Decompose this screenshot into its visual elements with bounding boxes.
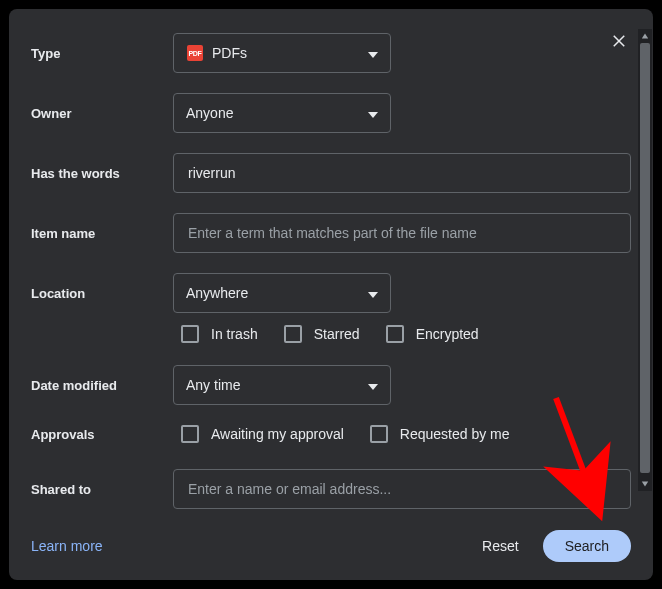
row-owner: Owner Anyone	[31, 93, 631, 133]
owner-dropdown[interactable]: Anyone	[173, 93, 391, 133]
row-has-words: Has the words	[31, 153, 631, 193]
label-type: Type	[31, 46, 173, 61]
checkbox-box[interactable]	[386, 325, 404, 343]
item-name-input[interactable]	[173, 213, 631, 253]
checkbox-label: Starred	[314, 326, 360, 342]
has-words-input[interactable]	[173, 153, 631, 193]
owner-value: Anyone	[186, 105, 233, 121]
checkbox-box[interactable]	[370, 425, 388, 443]
date-modified-dropdown[interactable]: Any time	[173, 365, 391, 405]
reset-button[interactable]: Reset	[470, 530, 531, 562]
row-date-modified: Date modified Any time	[31, 365, 631, 405]
label-location: Location	[31, 286, 173, 301]
type-value: PDFs	[212, 45, 247, 61]
label-item-name: Item name	[31, 226, 173, 241]
caret-down-icon	[368, 105, 378, 121]
label-owner: Owner	[31, 106, 173, 121]
learn-more-link[interactable]: Learn more	[31, 538, 103, 554]
checkbox-box[interactable]	[284, 325, 302, 343]
label-date-modified: Date modified	[31, 378, 173, 393]
caret-down-icon	[368, 285, 378, 301]
checkbox-label: Requested by me	[400, 426, 510, 442]
location-value: Anywhere	[186, 285, 248, 301]
label-approvals: Approvals	[31, 427, 173, 442]
row-item-name: Item name	[31, 213, 631, 253]
checkbox-encrypted[interactable]: Encrypted	[386, 325, 479, 343]
label-has-words: Has the words	[31, 166, 173, 181]
caret-down-icon	[368, 377, 378, 393]
row-approvals: Approvals Awaiting my approval Requested…	[31, 425, 631, 443]
scrollbar-thumb[interactable]	[640, 43, 650, 473]
checkbox-starred[interactable]: Starred	[284, 325, 360, 343]
pdf-icon: PDF	[186, 44, 204, 62]
scroll-up-arrow[interactable]	[638, 29, 652, 43]
type-dropdown[interactable]: PDF PDFs	[173, 33, 391, 73]
checkbox-label: In trash	[211, 326, 258, 342]
checkbox-box[interactable]	[181, 325, 199, 343]
checkbox-awaiting-approval[interactable]: Awaiting my approval	[181, 425, 344, 443]
form-body: Type PDF PDFs Owner Anyone	[31, 33, 631, 516]
row-shared-to: Shared to	[31, 469, 631, 509]
checkbox-box[interactable]	[181, 425, 199, 443]
dialog-footer: Learn more Reset Search	[31, 530, 631, 562]
date-modified-value: Any time	[186, 377, 240, 393]
shared-to-input[interactable]	[173, 469, 631, 509]
row-location-options: In trash Starred Encrypted	[31, 325, 631, 343]
advanced-search-dialog: Type PDF PDFs Owner Anyone	[9, 9, 653, 580]
scroll-down-arrow[interactable]	[638, 477, 652, 491]
row-type: Type PDF PDFs	[31, 33, 631, 73]
label-shared-to: Shared to	[31, 482, 173, 497]
caret-down-icon	[368, 45, 378, 61]
checkbox-label: Awaiting my approval	[211, 426, 344, 442]
checkbox-label: Encrypted	[416, 326, 479, 342]
checkbox-in-trash[interactable]: In trash	[181, 325, 258, 343]
location-dropdown[interactable]: Anywhere	[173, 273, 391, 313]
checkbox-requested-by-me[interactable]: Requested by me	[370, 425, 510, 443]
row-location: Location Anywhere	[31, 273, 631, 313]
scrollbar[interactable]	[638, 29, 652, 491]
search-button[interactable]: Search	[543, 530, 631, 562]
